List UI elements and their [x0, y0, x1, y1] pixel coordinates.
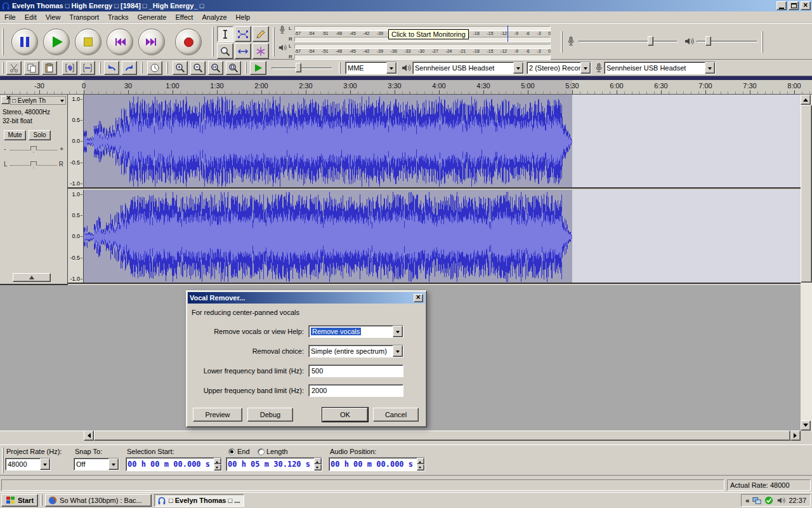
output-device-select[interactable]: Sennheiser USB Headset — [412, 62, 524, 74]
audio-host-select[interactable]: MME — [345, 62, 397, 74]
sync-lock-button[interactable] — [147, 61, 162, 75]
zoom-out-button[interactable] — [190, 61, 206, 75]
solo-button[interactable]: Solo — [29, 130, 51, 140]
track-collapse-button[interactable] — [13, 273, 51, 282]
timeline-ruler[interactable]: -300301:001:302:002:303:003:304:004:305:… — [0, 80, 812, 95]
dropdown-arrow-icon[interactable] — [393, 345, 403, 357]
redo-button[interactable] — [122, 61, 137, 75]
zoom-tool-button[interactable] — [217, 43, 233, 59]
menu-analyze[interactable]: Analyze — [197, 12, 231, 22]
toolbar-grip[interactable] — [245, 62, 247, 74]
dropdown-arrow-icon[interactable] — [513, 62, 523, 74]
waveform-right-channel[interactable] — [84, 190, 801, 284]
undo-button[interactable] — [104, 61, 119, 75]
menu-effect[interactable]: Effect — [171, 12, 198, 22]
horizontal-scroll-thumb[interactable] — [94, 431, 790, 441]
selection-tool-button[interactable] — [217, 26, 233, 42]
preview-button[interactable]: Preview — [193, 408, 242, 422]
cut-button[interactable] — [6, 61, 22, 75]
play-button[interactable] — [43, 29, 70, 55]
mute-button[interactable]: Mute — [4, 130, 26, 140]
title-bar[interactable]: Evelyn Thomas □ High Energy □ [1984] □ _… — [0, 0, 812, 11]
track-close-button[interactable] — [1, 96, 10, 104]
vertical-ruler-left-channel[interactable]: 1.00.50.0-0.5-1.0 — [68, 95, 84, 189]
dropdown-arrow-icon[interactable] — [40, 458, 50, 470]
ok-button[interactable]: OK — [322, 408, 368, 422]
toolbar-grip[interactable] — [166, 62, 168, 74]
scroll-up-button[interactable] — [801, 95, 811, 105]
tray-expand-chevron-icon[interactable]: « — [745, 497, 749, 504]
audio-position-time[interactable]: 00 h 00 m 00.000 s — [329, 457, 425, 471]
vertical-scroll-thumb[interactable] — [801, 105, 812, 283]
slider-thumb[interactable] — [30, 146, 37, 153]
playback-meter[interactable]: L -57-54-51-48-45-42-39-36-33-30-27-24-2… — [278, 43, 551, 60]
track-name-menu[interactable]: □ Evelyn Th — [10, 96, 66, 105]
multi-tool-button[interactable] — [252, 43, 269, 59]
slider-thumb[interactable] — [648, 36, 653, 46]
dropdown-arrow-icon[interactable] — [108, 458, 119, 470]
selection-start-time[interactable]: 00 h 00 m 00.000 s — [126, 457, 222, 471]
menu-file[interactable]: File — [0, 12, 20, 22]
toolbar-grip[interactable] — [2, 448, 4, 473]
toolbar-grip[interactable] — [273, 27, 275, 57]
close-button[interactable] — [801, 1, 811, 10]
horizontal-scrollbar[interactable] — [84, 431, 801, 441]
envelope-tool-button[interactable] — [235, 26, 251, 42]
lower-frequency-input[interactable]: 500 — [308, 364, 403, 377]
toolbar-grip[interactable] — [99, 62, 101, 74]
menu-view[interactable]: View — [41, 12, 65, 22]
input-volume-slider[interactable] — [579, 36, 678, 47]
scroll-left-button[interactable] — [84, 431, 94, 441]
fit-selection-button[interactable] — [208, 61, 223, 75]
project-rate-select[interactable]: 48000 — [5, 458, 51, 471]
play-speed-slider[interactable] — [272, 62, 332, 74]
dialog-title-bar[interactable]: Vocal Remover... — [188, 292, 425, 304]
network-icon[interactable] — [752, 496, 761, 505]
upper-frequency-input[interactable]: 2000 — [308, 384, 403, 397]
toolbar-grip[interactable] — [2, 29, 4, 55]
time-spinner[interactable] — [417, 458, 424, 471]
snap-to-select[interactable]: Off — [74, 458, 119, 471]
stop-button[interactable] — [75, 29, 102, 55]
selected-region[interactable] — [84, 95, 572, 187]
menu-help[interactable]: Help — [232, 12, 255, 22]
timeshift-tool-button[interactable] — [235, 43, 251, 59]
minimize-button[interactable] — [776, 1, 787, 10]
scroll-right-button[interactable] — [790, 431, 801, 441]
toolbar-grip[interactable] — [339, 62, 341, 74]
dropdown-arrow-icon[interactable] — [705, 62, 715, 74]
input-device-select[interactable]: Sennheiser USB Headset — [604, 62, 716, 74]
antivirus-icon[interactable] — [764, 496, 773, 505]
dropdown-arrow-icon[interactable] — [386, 62, 396, 74]
time-spinner[interactable] — [314, 458, 322, 471]
menu-edit[interactable]: Edit — [20, 12, 41, 22]
taskbar-item-browser[interactable]: So What (130bpm) : Bac... — [45, 494, 152, 507]
pan-slider[interactable]: L R — [3, 159, 65, 171]
slider-thumb[interactable] — [296, 63, 301, 72]
silence-button[interactable] — [80, 61, 95, 75]
pause-button[interactable] — [11, 29, 38, 55]
dropdown-arrow-icon[interactable] — [580, 62, 591, 74]
toolbar-grip[interactable] — [561, 31, 563, 53]
toolbar-grip[interactable] — [212, 27, 214, 57]
menu-transport[interactable]: Transport — [65, 12, 103, 22]
zoom-in-button[interactable] — [173, 61, 188, 75]
waveform-left-channel[interactable] — [84, 95, 801, 189]
vertical-scrollbar[interactable] — [801, 95, 812, 431]
end-radio[interactable]: End — [228, 448, 250, 455]
input-channels-select[interactable]: 2 (Stereo) Record — [527, 62, 591, 74]
menu-tracks[interactable]: Tracks — [103, 12, 133, 22]
volume-icon[interactable] — [776, 496, 785, 505]
waveform-canvas-left[interactable] — [84, 95, 572, 188]
dialog-close-button[interactable] — [414, 294, 423, 302]
start-button[interactable]: Start — [1, 494, 38, 507]
toolbar-grip[interactable] — [761, 31, 763, 53]
slider-thumb[interactable] — [705, 36, 711, 46]
record-button[interactable] — [175, 29, 202, 55]
slider-thumb[interactable] — [30, 161, 37, 168]
taskbar-grip[interactable] — [41, 495, 43, 506]
toolbar-grip[interactable] — [141, 62, 143, 74]
draw-tool-button[interactable] — [252, 26, 269, 42]
paste-button[interactable] — [42, 61, 57, 75]
gain-slider[interactable]: - + — [3, 144, 65, 156]
